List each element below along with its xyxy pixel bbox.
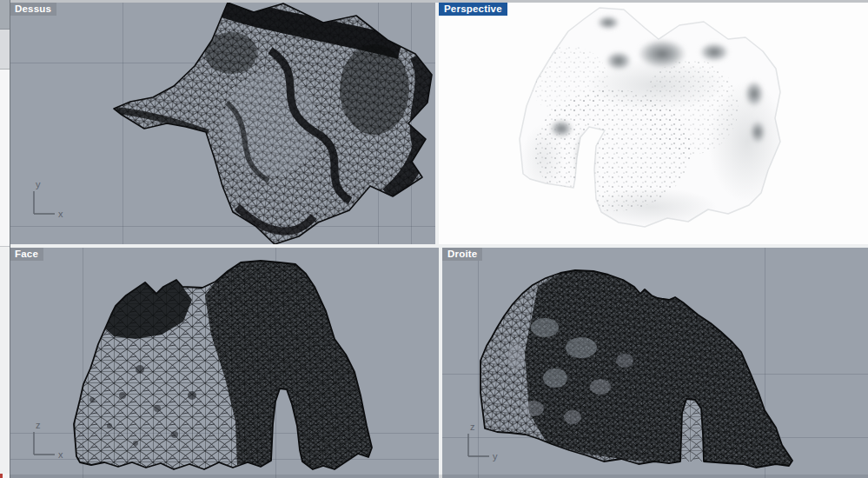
viewport-label-dessus[interactable]: Dessus — [10, 3, 56, 16]
left-panel-edge — [0, 0, 10, 478]
mesh-shading — [507, 270, 792, 468]
axis-letter-vertical: z — [36, 420, 41, 430]
left-panel-edge-segment — [0, 0, 10, 30]
axis-letter-vertical: z — [470, 422, 475, 432]
layer-color-swatch — [0, 474, 3, 478]
left-panel-edge-segment — [0, 30, 10, 70]
mesh-shaded-perspective[interactable] — [439, 3, 868, 244]
mesh-wireframe-front-view[interactable] — [10, 248, 439, 478]
cplane-axis-icon: y x — [23, 177, 67, 221]
viewport-label-droite[interactable]: Droite — [442, 248, 482, 261]
window-top-edge — [0, 0, 868, 3]
left-panel-edge-segment — [0, 70, 10, 247]
cplane-axis-icon: z x — [23, 418, 67, 461]
mesh-wireframe-right-view[interactable] — [442, 248, 868, 478]
viewport-label-perspective[interactable]: Perspective — [439, 3, 507, 16]
viewport-droite[interactable]: z y Droite — [442, 248, 868, 478]
axis-letter-horizontal: y — [493, 451, 498, 461]
window-bottom-edge — [10, 475, 868, 478]
viewport-face[interactable]: z x Face — [10, 248, 439, 478]
mesh-wireframe-top-view[interactable] — [10, 3, 435, 244]
cplane-axis-icon: z y — [458, 420, 501, 463]
rhino-four-viewport-workspace: y x Dessus — [0, 0, 868, 478]
viewport-dessus[interactable]: y x Dessus — [10, 3, 435, 244]
axis-letter-vertical: y — [36, 179, 41, 189]
viewport-label-face[interactable]: Face — [10, 248, 43, 261]
axis-letter-horizontal: x — [58, 209, 63, 219]
left-panel-edge-segment — [0, 247, 10, 474]
viewport-perspective[interactable]: Perspective — [439, 3, 868, 244]
viewport-splitter-vertical-top[interactable] — [435, 3, 439, 244]
axis-letter-horizontal: x — [58, 449, 63, 460]
viewport-splitter-vertical-bottom[interactable] — [439, 248, 442, 478]
